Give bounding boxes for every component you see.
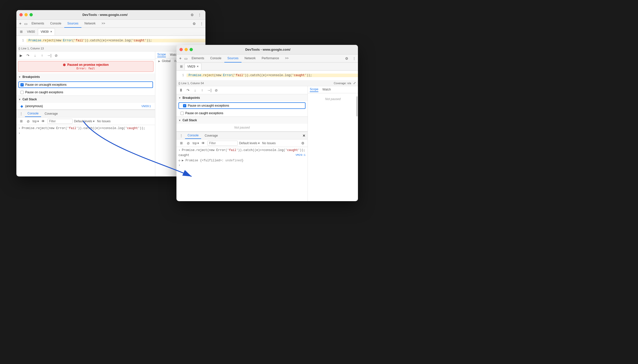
close-tab-icon-1[interactable]: ✕ <box>50 30 52 33</box>
call-stack-item-1[interactable]: ◆ (anonymous) VM39:1 <box>16 103 155 109</box>
top-select-1[interactable]: top ▾ <box>33 119 39 123</box>
nav-tab-console-1[interactable]: Console <box>47 20 64 28</box>
device-icon-2[interactable]: ▭ <box>183 56 189 61</box>
console-line-cursor-2: › <box>178 163 306 168</box>
step-into-btn-2[interactable]: ↓ <box>193 88 198 93</box>
more-vert-icon-1[interactable]: ⋮ <box>199 21 204 26</box>
code-content-2: Promise.reject(new Error('fail')).catch(… <box>187 74 358 77</box>
pause-caught-item-2[interactable]: Pause on caught exceptions <box>176 110 308 116</box>
title-bar-1: DevTools - www.google.com/ ⚙ ⋮ <box>16 10 205 20</box>
devtools-window-2: DevTools - www.google.com/ ⌖ ▭ Elements … <box>176 45 358 201</box>
window-title-2: DevTools - www.google.com/ <box>181 48 355 51</box>
right-panel-2: Scope Watch Not paused <box>308 86 358 201</box>
coverage-tab-1[interactable]: Coverage <box>42 110 60 117</box>
debugger-controls-2: ⏸ ↷ ↓ ↑ →| ⊘ <box>176 86 308 94</box>
pause-uncaught-item-2[interactable]: Pause on uncaught exceptions <box>178 102 306 109</box>
scrollbar-2[interactable] <box>356 96 357 116</box>
eye-icon-2[interactable]: 👁 <box>200 140 206 146</box>
file-tab-vm30-1[interactable]: VM30 <box>24 28 37 35</box>
nav-tab-more-1[interactable]: >> <box>99 20 108 28</box>
console-three-dot-1[interactable]: ⋮ <box>18 111 24 116</box>
pause-uncaught-checkbox-1[interactable] <box>20 83 24 86</box>
coverage-tab-2[interactable]: Coverage <box>202 132 220 139</box>
watch-tab-2[interactable]: Watch <box>322 88 331 92</box>
close-console-2[interactable]: ✕ <box>302 134 306 138</box>
breakpoints-section-2: ▼ Breakpoints Pause on uncaught exceptio… <box>176 94 308 117</box>
file-tab-vm39-1[interactable]: VM39 ✕ <box>38 28 55 35</box>
cursor-arrow-1: › <box>18 132 20 135</box>
sidebar-icon-2[interactable]: ⊞ <box>178 140 184 146</box>
eye-icon-1[interactable]: 👁 <box>40 118 46 124</box>
scope-watch-tabs-2: Scope Watch <box>308 86 358 93</box>
resume-btn-1[interactable]: ▶ <box>18 53 23 58</box>
filter-input-2[interactable] <box>207 141 238 146</box>
nav-tab-sources-2[interactable]: Sources <box>224 54 241 63</box>
step-into-btn-1[interactable]: ↓ <box>33 53 38 58</box>
nav-tab-elements-2[interactable]: Elements <box>189 54 207 63</box>
console-three-dot-2[interactable]: ⋮ <box>178 133 184 138</box>
sidebar-toggle-2[interactable]: ⊞ <box>178 64 184 69</box>
nav-tab-elements-1[interactable]: Elements <box>28 20 47 28</box>
call-arrow-1: ◆ <box>20 104 23 108</box>
deactivate-btn-1[interactable]: ⊘ <box>54 53 59 58</box>
deactivate-btn-2[interactable]: ⊘ <box>214 88 219 93</box>
nav-tab-console-2[interactable]: Console <box>207 54 224 63</box>
pause-uncaught-checkbox-2[interactable] <box>183 104 186 107</box>
inspect-icon-1[interactable]: ⌖ <box>17 21 23 26</box>
pause-caught-item-1[interactable]: Pause on caught exceptions <box>16 89 155 96</box>
top-select-2[interactable]: top ▾ <box>193 141 199 145</box>
console-file-link-2[interactable]: VM29:1 <box>295 154 306 157</box>
nav-tab-network-2[interactable]: Network <box>241 54 259 63</box>
clear-icon-1[interactable]: ⊘ <box>25 118 31 124</box>
pause-resume-btn-2[interactable]: ⏸ <box>178 88 184 93</box>
clear-icon-2[interactable]: ⊘ <box>186 140 191 146</box>
step-over-btn-2[interactable]: ↷ <box>186 88 191 93</box>
settings-icon-2[interactable]: ⚙ <box>300 140 306 146</box>
pause-caught-checkbox-1[interactable] <box>20 91 24 94</box>
pause-uncaught-item-1[interactable]: Pause on uncaught exceptions <box>18 81 153 88</box>
call-stack-arrow-2: ▼ <box>178 119 181 122</box>
nav-tab-more-2[interactable]: >> <box>282 54 292 63</box>
step-out-btn-2[interactable]: ↑ <box>200 88 205 93</box>
inspect-icon-2[interactable]: ⌖ <box>177 56 183 61</box>
nav-tab-performance-2[interactable]: Performance <box>259 54 282 63</box>
scope-tab-2[interactable]: Scope <box>310 87 318 92</box>
default-levels-2[interactable]: Default levels ▾ <box>239 141 260 145</box>
scope-tab-1[interactable]: Scope <box>157 53 166 57</box>
console-tab-1[interactable]: Console <box>25 110 41 117</box>
filter-input-1[interactable] <box>47 119 73 124</box>
not-paused-2: Not paused <box>176 124 308 131</box>
device-icon-1[interactable]: ▭ <box>23 21 28 26</box>
step-btn-1[interactable]: →| <box>47 53 52 58</box>
call-stack-header-1[interactable]: ▼ Call Stack <box>16 96 155 103</box>
call-stack-header-2[interactable]: ▼ Call Stack <box>176 117 308 124</box>
breakpoints-header-2[interactable]: ▼ Breakpoints <box>176 94 308 101</box>
step-out-btn-1[interactable]: ↑ <box>40 53 45 58</box>
step-btn-2[interactable]: →| <box>207 88 212 93</box>
gear-icon-1[interactable]: ⚙ <box>191 21 197 26</box>
code-line-1: 1 Promise.reject(new Error('fail')).catc… <box>16 38 205 43</box>
pause-caught-checkbox-2[interactable] <box>180 112 184 115</box>
nav-tab-network-1[interactable]: Network <box>81 20 99 28</box>
console-tab-2[interactable]: Console <box>185 132 201 139</box>
gear-icon-2[interactable]: ⚙ <box>344 56 349 61</box>
expand-icon-2[interactable]: ⤢ <box>353 81 356 85</box>
nav-tab-sources-1[interactable]: Sources <box>64 20 81 28</box>
sidebar-icon-1[interactable]: ⊞ <box>18 118 24 124</box>
close-tab-icon-2[interactable]: ✕ <box>197 65 199 68</box>
step-over-btn-1[interactable]: ↷ <box>25 53 31 58</box>
file-tab-bar-2: ⊞ VM29 ✕ <box>176 63 358 71</box>
more-vert-icon-2[interactable]: ⋮ <box>351 56 357 61</box>
breakpoints-header-1[interactable]: ▼ Breakpoints <box>16 73 155 80</box>
chevron-icon-2: ▾ <box>197 141 199 145</box>
file-tab-vm29-2[interactable]: VM29 ✕ <box>185 63 201 70</box>
settings-icon-1[interactable]: ⚙ <box>189 12 195 18</box>
sidebar-toggle-1[interactable]: ⊞ <box>18 29 24 35</box>
pause-caught-label-1: Pause on caught exceptions <box>25 90 63 94</box>
debugger-controls-1: ▶ ↷ ↓ ↑ →| ⊘ <box>16 51 155 59</box>
call-stack-section-2: ▼ Call Stack Not paused <box>176 117 308 132</box>
console-line-promise-2: ◇ ▶ Promise {<fulfilled>: undefined} <box>178 158 306 163</box>
default-levels-1[interactable]: Default levels ▾ <box>74 119 95 123</box>
more-icon-1[interactable]: ⋮ <box>197 12 202 18</box>
pause-uncaught-label-1: Pause on uncaught exceptions <box>25 83 67 86</box>
